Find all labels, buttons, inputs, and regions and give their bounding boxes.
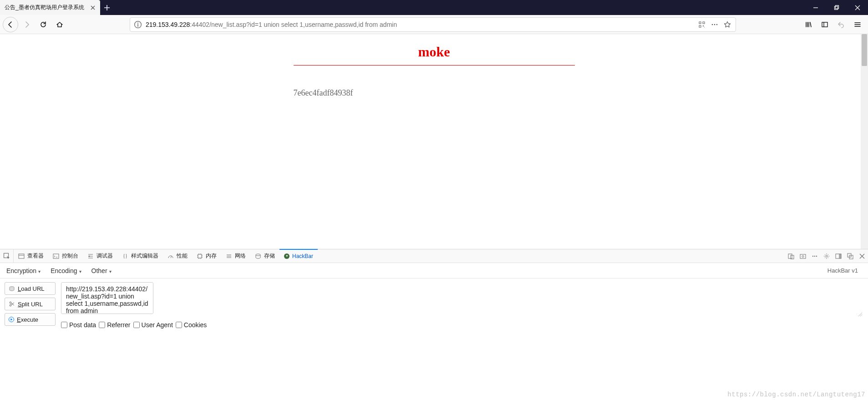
hackbar-panel: Encryption▾ Encoding▾ Other▾ HackBar v1 … [0, 263, 868, 400]
check-post-data[interactable]: Post data [61, 321, 96, 329]
svg-point-24 [814, 255, 815, 256]
page-actions-icon[interactable] [708, 18, 721, 31]
undo-nav-icon[interactable] [833, 17, 849, 32]
devtools-close-icon[interactable] [856, 249, 868, 263]
menu-other[interactable]: Other▾ [91, 267, 112, 274]
tab-memory[interactable]: 内存 [192, 249, 221, 263]
page-body-text: 7e6ec4fadf84938f [294, 88, 575, 98]
hackbar-icon: ✦ [284, 253, 289, 259]
check-referrer[interactable]: Referrer [99, 321, 130, 329]
tab-network[interactable]: 网络 [221, 249, 250, 263]
svg-rect-12 [822, 22, 827, 27]
debugger-icon [87, 253, 94, 259]
svg-rect-28 [839, 254, 841, 258]
tab-title: 公告_墨者仿真靶场用户登录系统 [5, 4, 86, 11]
element-picker-icon[interactable] [0, 249, 14, 263]
svg-point-33 [10, 304, 11, 306]
page-heading: moke [0, 44, 868, 60]
svg-point-25 [816, 255, 817, 256]
tab-console[interactable]: 控制台 [48, 249, 83, 263]
screenshot-icon[interactable] [797, 249, 809, 263]
svg-point-11 [716, 24, 718, 25]
close-window-button[interactable] [847, 0, 868, 15]
close-tab-button[interactable] [89, 4, 96, 11]
nav-toolbar: 219.153.49.228:44402/new_list.asp?id=1 u… [0, 15, 868, 34]
url-bar[interactable]: 219.153.49.228:44402/new_list.asp?id=1 u… [130, 17, 736, 32]
library-icon[interactable] [801, 17, 816, 32]
dock-separate-icon[interactable] [844, 249, 856, 263]
svg-rect-1 [836, 5, 839, 9]
site-info-icon[interactable] [134, 20, 142, 29]
qr-icon[interactable] [695, 18, 708, 31]
browser-tab[interactable]: 公告_墨者仿真靶场用户登录系统 [0, 0, 100, 15]
svg-rect-19 [788, 254, 792, 258]
svg-point-32 [10, 302, 11, 304]
svg-rect-4 [699, 22, 701, 24]
app-menu-icon[interactable] [850, 17, 865, 32]
tab-storage[interactable]: 存储 [250, 249, 279, 263]
svg-rect-6 [699, 25, 701, 27]
tab-performance[interactable]: 性能 [163, 249, 192, 263]
svg-point-26 [826, 255, 827, 257]
devtools-settings-icon[interactable] [821, 249, 832, 263]
svg-rect-0 [835, 6, 838, 10]
svg-rect-21 [800, 254, 806, 258]
svg-rect-8 [704, 27, 705, 27]
devtools-more-icon[interactable] [809, 249, 821, 263]
hackbar-menu: Encryption▾ Encoding▾ Other▾ HackBar v1 [0, 263, 868, 278]
hackbar-checks: Post data Referrer User Agent Cookies [61, 319, 863, 329]
svg-point-22 [802, 255, 804, 257]
svg-point-3 [137, 22, 138, 23]
svg-point-16 [89, 255, 90, 257]
check-user-agent[interactable]: User Agent [133, 321, 173, 329]
home-button[interactable] [52, 17, 67, 32]
console-icon [53, 253, 59, 259]
hackbar-url-input[interactable] [61, 282, 153, 314]
execute-button[interactable]: Execute [5, 313, 56, 326]
scissors-icon [9, 301, 15, 307]
load-url-button[interactable]: Load URL [5, 282, 56, 295]
svg-rect-5 [703, 22, 705, 24]
page-content: moke 7e6ec4fadf84938f [0, 34, 868, 249]
sidebar-icon[interactable] [817, 17, 832, 32]
bookmark-star-icon[interactable] [721, 18, 734, 31]
svg-rect-17 [198, 254, 202, 258]
divider [294, 65, 575, 66]
menu-encryption[interactable]: Encryption▾ [6, 267, 41, 274]
disk-icon [9, 285, 15, 292]
reload-button[interactable] [36, 17, 51, 32]
devtools-panel: 查看器 控制台 调试器 样式编辑器 性能 内存 网络 存储 ✦HackBar E… [0, 249, 868, 400]
dock-side-icon[interactable] [832, 249, 844, 263]
url-text: 219.153.49.228:44402/new_list.asp?id=1 u… [146, 21, 695, 28]
inspector-icon [18, 253, 25, 259]
tab-debugger[interactable]: 调试器 [83, 249, 117, 263]
svg-point-10 [714, 24, 716, 25]
check-cookies[interactable]: Cookies [176, 321, 207, 329]
menu-encoding[interactable]: Encoding▾ [51, 267, 81, 274]
responsive-mode-icon[interactable] [785, 249, 797, 263]
chevron-down-icon: ▾ [109, 269, 112, 274]
maximize-button[interactable] [826, 0, 847, 15]
tab-style-editor[interactable]: 样式编辑器 [117, 249, 163, 263]
tab-inspector[interactable]: 查看器 [14, 249, 48, 263]
new-tab-button[interactable] [100, 0, 114, 15]
forward-button[interactable] [19, 17, 35, 32]
svg-point-9 [712, 24, 713, 25]
back-button[interactable] [3, 17, 18, 32]
hackbar-version: HackBar v1 [827, 267, 862, 274]
perf-icon [168, 253, 174, 259]
storage-icon [255, 253, 261, 259]
window-controls [805, 0, 868, 15]
network-icon [226, 253, 232, 259]
split-url-button[interactable]: Split URL [5, 298, 56, 310]
style-icon [122, 253, 128, 259]
resize-handle-icon[interactable] [858, 310, 863, 315]
svg-rect-15 [53, 254, 59, 258]
minimize-button[interactable] [805, 0, 826, 15]
scrollbar-thumb[interactable] [862, 34, 867, 66]
tab-hackbar[interactable]: ✦HackBar [279, 249, 318, 263]
vertical-scrollbar[interactable] [861, 34, 868, 249]
devtools-tabs: 查看器 控制台 调试器 样式编辑器 性能 内存 网络 存储 ✦HackBar [0, 249, 868, 263]
svg-point-18 [256, 254, 260, 256]
svg-point-23 [812, 255, 813, 256]
